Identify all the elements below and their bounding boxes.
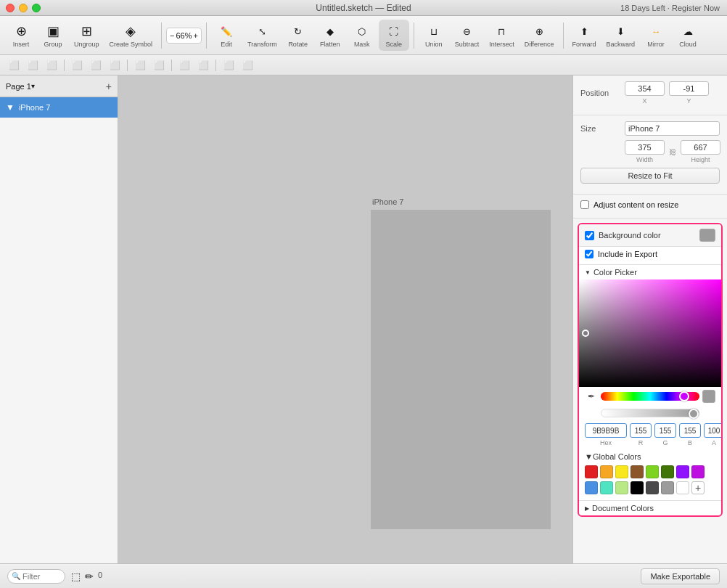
swatch-lime[interactable]	[615, 481, 628, 494]
swatch-dark-gray[interactable]	[646, 481, 659, 494]
global-colors-header[interactable]: ▼ Global Colors	[585, 452, 715, 461]
maximize-button[interactable]	[32, 4, 41, 12]
eyedropper-button[interactable]: ✒	[585, 390, 598, 403]
forward-tool[interactable]: ⬆ Forward	[568, 20, 601, 51]
hue-slider[interactable]	[601, 392, 699, 401]
page-add-icon[interactable]: +	[106, 81, 112, 92]
color-picker-section-header[interactable]: ▼ Color Picker	[579, 265, 721, 279]
edit-tool[interactable]: ✏️ Edit	[211, 20, 242, 51]
distribute2-button[interactable]: ⬜	[239, 57, 255, 73]
color-picker-panel: Background color Include in Export ▼ Col…	[578, 223, 723, 517]
insert-tool[interactable]: ⊕ Insert	[6, 20, 36, 51]
color-gradient-area[interactable]	[579, 279, 721, 387]
ungroup-tool[interactable]: ⊞ Ungroup	[70, 20, 104, 51]
y-input[interactable]	[669, 81, 709, 96]
swatch-black[interactable]	[631, 481, 644, 494]
color-swatch[interactable]	[699, 229, 715, 242]
mirror-tool[interactable]: ↔ Mirror	[641, 20, 671, 51]
scale-tool[interactable]: ⛶ Scale	[379, 20, 409, 51]
page-dropdown-icon[interactable]: ▾	[31, 82, 35, 90]
a-input[interactable]	[704, 423, 723, 438]
bottom-icons: ⬚ ✏ 0	[71, 571, 102, 582]
height-input[interactable]	[681, 140, 720, 155]
add-color-button[interactable]: +	[691, 481, 705, 494]
resize-to-fit-button[interactable]: Resize to Fit	[580, 168, 720, 184]
subtract-tool[interactable]: ⊖ Subtract	[451, 20, 484, 51]
r-input[interactable]	[630, 423, 652, 438]
zoom-control[interactable]: − 66% +	[166, 28, 202, 44]
difference-icon: ⊕	[530, 23, 548, 40]
scale-label: Scale	[385, 41, 402, 48]
text-align-left-button[interactable]: ⬜	[176, 57, 192, 73]
minimize-button[interactable]	[19, 4, 28, 12]
link-icon: ⛓	[669, 148, 676, 156]
adjust-checkbox[interactable]	[580, 200, 589, 209]
days-left[interactable]: 18 Days Left · Register Now	[620, 4, 720, 12]
swatch-white[interactable]	[676, 481, 689, 494]
swatch-teal[interactable]	[600, 481, 613, 494]
swatch-red[interactable]	[585, 465, 598, 478]
toolbar-divider4	[563, 23, 564, 49]
gradient-handle[interactable]	[582, 330, 589, 337]
document-colors-header[interactable]: ▶ Document Colors	[579, 500, 721, 515]
include-export-checkbox[interactable]	[585, 250, 593, 258]
intersect-tool[interactable]: ⊓ Intersect	[485, 20, 519, 51]
union-tool[interactable]: ⊔ Union	[419, 20, 449, 51]
color-preview[interactable]	[702, 390, 715, 403]
flatten-label: Flatten	[320, 41, 340, 48]
dist-h-button[interactable]: ⬜	[132, 57, 148, 73]
swatch-magenta[interactable]	[691, 465, 705, 478]
align-left-button[interactable]: ⬜	[6, 57, 22, 73]
backward-tool[interactable]: ⬇ Backward	[602, 20, 640, 51]
swatch-blue[interactable]	[585, 481, 598, 494]
mask-tool[interactable]: ⬡ Mask	[347, 20, 377, 51]
swatch-orange[interactable]	[600, 465, 613, 478]
cloud-tool[interactable]: ☁ Cloud	[673, 20, 703, 51]
artboard[interactable]	[371, 210, 551, 529]
swatch-light-green[interactable]	[646, 465, 659, 478]
swatch-yellow[interactable]	[615, 465, 628, 478]
difference-tool[interactable]: ⊕ Difference	[520, 20, 559, 51]
make-exportable-button[interactable]: Make Exportable	[641, 568, 720, 584]
width-input[interactable]	[625, 140, 665, 155]
align-center-h-button[interactable]: ⬜	[25, 57, 41, 73]
create-symbol-tool[interactable]: ◈ Create Symbol	[105, 20, 157, 51]
swatch-dark-green[interactable]	[661, 465, 674, 478]
close-button[interactable]	[6, 4, 15, 12]
rotate-tool[interactable]: ↻ Rotate	[283, 20, 313, 51]
text-align-button[interactable]: ⬜	[195, 57, 211, 73]
edit-layer-icon[interactable]: ✏	[85, 571, 94, 582]
mirror-icon: ↔	[647, 23, 665, 40]
size-preset-dropdown[interactable]: iPhone 7	[625, 121, 720, 136]
layer-item-iphone[interactable]: ▼ iPhone 7	[0, 97, 118, 118]
zoom-plus[interactable]: +	[194, 31, 198, 40]
bottom-right: Make Exportable	[641, 568, 720, 584]
swatch-brown[interactable]	[631, 465, 644, 478]
align-right-button[interactable]: ⬜	[44, 57, 59, 73]
hex-input[interactable]	[585, 423, 627, 438]
transform-tool[interactable]: ⤡ Transform	[243, 20, 282, 51]
add-layer-icon[interactable]: ⬚	[71, 571, 81, 582]
position-row: Position X Y	[580, 81, 720, 105]
group-tool[interactable]: ▣ Group	[38, 20, 68, 51]
flatten-tool[interactable]: ◆ Flatten	[315, 20, 345, 51]
dist-v-button[interactable]: ⬜	[151, 57, 167, 73]
size-section: Size iPhone 7 Width ⛓ Height	[573, 115, 727, 195]
page-selector[interactable]: Page 1 ▾ +	[0, 75, 118, 97]
right-panel: Position X Y Size iPhone 7	[572, 75, 727, 563]
distribute-button[interactable]: ⬜	[221, 57, 237, 73]
opacity-slider[interactable]	[601, 409, 699, 417]
b-input[interactable]	[679, 423, 701, 438]
swatch-gray[interactable]	[661, 481, 674, 494]
align-bottom-button[interactable]: ⬜	[107, 57, 123, 73]
swatch-purple[interactable]	[676, 465, 689, 478]
bg-color-checkbox[interactable]	[585, 231, 594, 240]
align-center-v-button[interactable]: ⬜	[88, 57, 104, 73]
g-input[interactable]	[654, 423, 676, 438]
insert-label: Insert	[13, 41, 30, 48]
align-top-button[interactable]: ⬜	[69, 57, 85, 73]
zoom-minus[interactable]: −	[170, 31, 174, 40]
canvas-area[interactable]: iPhone 7	[118, 75, 572, 563]
x-input[interactable]	[625, 81, 665, 96]
main-content: Page 1 ▾ + ▼ iPhone 7 iPhone 7 Position …	[0, 75, 727, 563]
